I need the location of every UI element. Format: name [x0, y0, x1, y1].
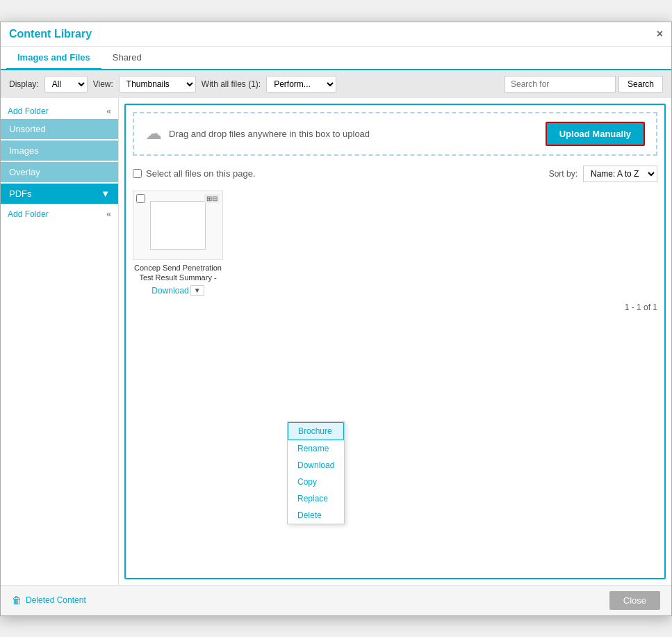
upload-cloud-icon: ☁ — [145, 124, 162, 143]
context-menu-item-brochure[interactable]: Brochure — [288, 422, 344, 440]
select-all-text: Select all files on this page. — [146, 168, 256, 179]
sort-right: Sort by: Name: A to Z Name: Z to A Date:… — [549, 166, 657, 182]
context-menu-item-download[interactable]: Download — [288, 457, 344, 474]
pagination-row: 1 - 1 of 1 — [133, 298, 657, 316]
view-label: View: — [93, 79, 113, 89]
file-name: Concep Send Penetration Test Result Summ… — [133, 263, 223, 283]
main-area: Add Folder « Unsorted Images Overlay PDF… — [1, 98, 671, 585]
content-area: ☁ Drag and drop files anywhere in this b… — [124, 104, 666, 579]
context-menu-item-copy[interactable]: Copy — [288, 474, 344, 490]
upload-text: Drag and drop files anywhere in this box… — [169, 129, 370, 139]
tabs-bar: Images and Files Shared — [1, 47, 671, 70]
content-library-modal: Content Library × Images and Files Share… — [0, 22, 672, 616]
context-menu-item-delete[interactable]: Delete — [288, 507, 344, 524]
file-thumbnail — [150, 201, 206, 250]
file-type-icon: ⊞⊟ — [204, 194, 220, 203]
modal-title: Content Library — [9, 28, 92, 40]
deleted-content-label: Deleted Content — [26, 595, 86, 605]
upload-zone-left: ☁ Drag and drop files anywhere in this b… — [145, 124, 370, 143]
upload-zone: ☁ Drag and drop files anywhere in this b… — [133, 112, 657, 156]
tab-shared[interactable]: Shared — [101, 47, 153, 69]
files-grid: ⊞⊟ Concep Send Penetration Test Result S… — [133, 188, 657, 299]
file-checkbox[interactable] — [136, 194, 145, 203]
download-link[interactable]: Download — [151, 286, 188, 296]
sidebar-item-images[interactable]: Images — [1, 140, 118, 161]
context-menu-item-replace[interactable]: Replace — [288, 490, 344, 507]
view-select[interactable]: Thumbnails — [119, 76, 196, 92]
trash-icon: 🗑 — [12, 595, 22, 606]
search-box: Search — [505, 76, 663, 92]
collapse-bottom-icon[interactable]: « — [106, 209, 111, 219]
select-all-left: Select all files on this page. — [133, 168, 256, 179]
add-folder-bottom-link[interactable]: Add Folder — [8, 209, 49, 219]
footer-close-button[interactable]: Close — [609, 591, 660, 610]
collapse-top-icon[interactable]: « — [106, 106, 111, 116]
with-all-files-label: With all files (1): — [202, 79, 261, 89]
dropdown-arrow-button[interactable]: ▼ — [190, 285, 204, 296]
pdfs-chevron-icon: ▼ — [101, 188, 110, 199]
close-x-button[interactable]: × — [657, 28, 663, 40]
display-label: Display: — [9, 79, 39, 89]
file-thumbnail-wrapper: ⊞⊟ — [133, 191, 223, 260]
context-menu: Brochure Rename Download Copy Replace De… — [287, 421, 345, 524]
tab-images-files[interactable]: Images and Files — [6, 47, 101, 70]
sidebar-item-unsorted[interactable]: Unsorted — [1, 119, 118, 139]
search-input[interactable] — [505, 76, 616, 92]
modal-footer: 🗑 Deleted Content Close — [1, 585, 671, 615]
sidebar-item-overlay[interactable]: Overlay — [1, 162, 118, 182]
sidebar-header: Add Folder « — [1, 104, 118, 119]
sidebar: Add Folder « Unsorted Images Overlay PDF… — [1, 98, 119, 585]
sidebar-footer: Add Folder « — [1, 207, 118, 222]
search-button[interactable]: Search — [618, 76, 663, 92]
deleted-content-link[interactable]: 🗑 Deleted Content — [12, 595, 86, 606]
modal-header: Content Library × — [1, 22, 671, 47]
select-all-row: Select all files on this page. Sort by: … — [133, 163, 657, 188]
select-all-checkbox[interactable] — [133, 169, 142, 178]
with-all-files-select[interactable]: Perform... — [266, 76, 336, 92]
context-menu-item-rename[interactable]: Rename — [288, 440, 344, 457]
display-select[interactable]: All — [44, 76, 88, 92]
sidebar-item-pdfs[interactable]: PDFs ▼ — [1, 184, 118, 204]
add-folder-top-link[interactable]: Add Folder — [8, 106, 49, 116]
upload-manually-button[interactable]: Upload Manually — [546, 122, 645, 146]
file-actions: Download ▼ — [151, 285, 204, 296]
pagination-text: 1 - 1 of 1 — [625, 303, 657, 312]
sort-select[interactable]: Name: A to Z Name: Z to A Date: Newest D… — [583, 166, 657, 182]
toolbar: Display: All View: Thumbnails With all f… — [1, 70, 671, 98]
sort-by-label: Sort by: — [549, 169, 577, 179]
file-item: ⊞⊟ Concep Send Penetration Test Result S… — [133, 191, 223, 296]
